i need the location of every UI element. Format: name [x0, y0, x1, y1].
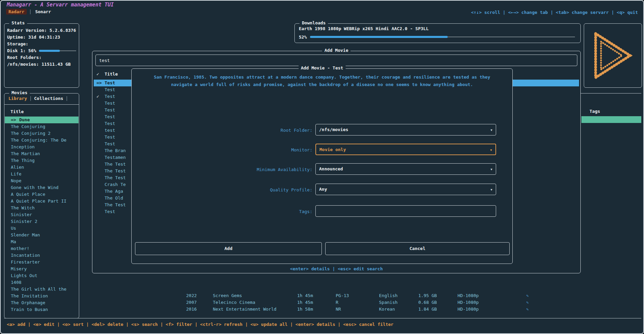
list-item[interactable]: Misery	[5, 266, 79, 272]
list-item[interactable]: Ma	[5, 238, 79, 245]
cell-quality: HD-1080p	[458, 292, 526, 299]
monitor-dropdown[interactable]: Movie only ▼	[315, 144, 496, 155]
chevron-down-icon: ▼	[491, 128, 492, 132]
check-icon	[96, 188, 105, 195]
download-percent: 52%	[299, 35, 307, 40]
storage-label: Storage:	[7, 41, 76, 47]
list-item[interactable]: Life	[5, 171, 79, 178]
list-item[interactable]: Train to Busan	[5, 306, 79, 313]
movie-list: =>Dune The Conjuring The Conjuring 2 The…	[5, 117, 79, 313]
list-item[interactable]: Firestarter	[5, 259, 79, 266]
movie-overview: San Francisco, 1985. Two opposites attra…	[153, 74, 491, 88]
check-column-header: ✓	[96, 71, 99, 77]
check-icon	[96, 127, 105, 134]
minimum-availability-dropdown[interactable]: Announced ▼	[315, 163, 496, 175]
list-item[interactable]: The Thing	[5, 157, 79, 164]
cell-runtime: 1h 45m	[297, 299, 336, 306]
minimum-availability-value: Announced	[319, 164, 343, 174]
movies-panel-title: Movies	[9, 90, 30, 95]
tab-library[interactable]: Library	[8, 96, 27, 101]
list-item[interactable]: =>Dune	[5, 117, 79, 123]
tab-collections[interactable]: Collections	[34, 96, 63, 101]
bottom-keybinds-help: <a> add | <e> edit | <o> sort | <del> de…	[7, 322, 394, 327]
movie-title: Dune	[19, 117, 30, 122]
cell-quality: HD-1080p	[458, 306, 526, 313]
list-item[interactable]: mother!	[5, 245, 79, 252]
check-icon	[96, 181, 105, 188]
list-item[interactable]: The Conjuring	[5, 123, 79, 130]
list-item[interactable]: Lights Out	[5, 272, 79, 279]
servarr-tab-bar: Radarr Sonarr	[6, 9, 52, 15]
radarr-version: Radarr Version: 5.2.6.8376	[7, 27, 76, 34]
quality-profile-label: Quality Profile:	[138, 187, 312, 193]
list-item[interactable]: The Conjuring 2	[5, 130, 79, 137]
cancel-button[interactable]: Cancel	[325, 242, 510, 255]
monitor-value: Movie only	[319, 144, 346, 155]
list-item[interactable]: Alien	[5, 164, 79, 171]
cell-size: 1.95 GB	[418, 292, 458, 299]
downloads-panel: Downloads Earth 1998 1080p WEBRip x265 H…	[294, 23, 581, 43]
edit-icon: ✎	[526, 306, 529, 313]
list-item[interactable]: The Orphanage	[5, 299, 79, 306]
list-item[interactable]: Sinister	[5, 211, 79, 218]
add-button[interactable]: Add	[135, 242, 322, 255]
top-keybinds-help: <↑↓> scroll | <←→> change tab | <tab> ch…	[471, 10, 638, 15]
list-item[interactable]: Inception	[5, 144, 79, 150]
check-icon	[96, 107, 105, 113]
list-item[interactable]: Gone with the Wind	[5, 184, 79, 191]
list-item[interactable]: 1408	[5, 279, 79, 286]
tab-separator	[67, 96, 67, 101]
results-title-column-header: Title	[105, 71, 118, 77]
disk-usage-bar	[39, 50, 76, 52]
selection-arrow: =>	[96, 80, 105, 86]
table-row[interactable]: 2016 Next Entertainment World 1h 58m NR …	[186, 306, 529, 313]
tab-sonarr[interactable]: Sonarr	[34, 9, 52, 14]
cell-certification: NR	[336, 306, 379, 313]
list-item[interactable]: A Quiet Place	[5, 191, 79, 198]
stats-panel-title: Stats	[9, 20, 27, 25]
tags-input[interactable]	[316, 206, 496, 216]
cell-language: Spanish	[379, 299, 418, 306]
cell-size: 0.68 GB	[418, 299, 458, 306]
cell-year: 2007	[186, 299, 213, 306]
monitor-label: Monitor:	[138, 147, 312, 153]
check-icon	[96, 168, 105, 174]
cell-runtime: 1h 58m	[297, 306, 336, 313]
list-item[interactable]: Incantation	[5, 252, 79, 259]
selection-arrow: =>	[11, 117, 16, 122]
list-item[interactable]: The Witch	[5, 205, 79, 211]
stats-content: Radarr Version: 5.2.6.8376 Uptime: 31d 0…	[4, 24, 79, 68]
modal-title: Add Movie - Test	[298, 65, 346, 70]
download-progress-bar	[310, 36, 575, 38]
check-icon	[96, 202, 105, 208]
movies-panel: Movies Library Collections Title =>Dune …	[4, 93, 79, 318]
list-item[interactable]: The Martian	[5, 150, 79, 157]
list-item[interactable]: Sinister 2	[5, 218, 79, 225]
list-item[interactable]: Nope	[5, 178, 79, 184]
tags-input-box[interactable]	[315, 205, 496, 217]
root-folder-dropdown[interactable]: /nfs/movies ▼	[315, 124, 496, 135]
check-icon	[96, 195, 105, 202]
list-item[interactable]: The Invitation	[5, 293, 79, 299]
tab-separator	[30, 9, 30, 14]
list-item[interactable]: A Quiet Place Part II	[5, 198, 79, 205]
progress-fill	[39, 50, 60, 52]
list-item[interactable]: The Conjuring: The De	[5, 137, 79, 144]
tab-radarr[interactable]: Radarr	[6, 9, 27, 15]
list-item[interactable]: The Girl with All the	[5, 286, 79, 293]
check-icon	[96, 147, 105, 154]
logo-panel	[584, 23, 642, 88]
chevron-down-icon: ▼	[491, 168, 492, 171]
quality-profile-dropdown[interactable]: Any ▼	[315, 184, 496, 195]
progress-fill	[310, 36, 448, 38]
table-row[interactable]: 2022 Screen Gems 1h 45m PG-13 English 1.…	[186, 292, 529, 299]
download-item-title: Earth 1998 1080p WEBRip x265 Hindi AAC2.…	[299, 26, 429, 31]
divider	[4, 318, 641, 318]
movie-search-input[interactable]	[95, 55, 577, 66]
list-item[interactable]: Us	[5, 225, 79, 232]
cell-studio: Screen Gems	[213, 292, 297, 299]
table-row[interactable]: 2007 Telecinco Cinema 1h 45m R Spanish 0…	[186, 299, 529, 306]
cell-studio: Telecinco Cinema	[213, 299, 297, 306]
cell-year: 2022	[186, 292, 213, 299]
list-item[interactable]: Slender Man	[5, 232, 79, 238]
